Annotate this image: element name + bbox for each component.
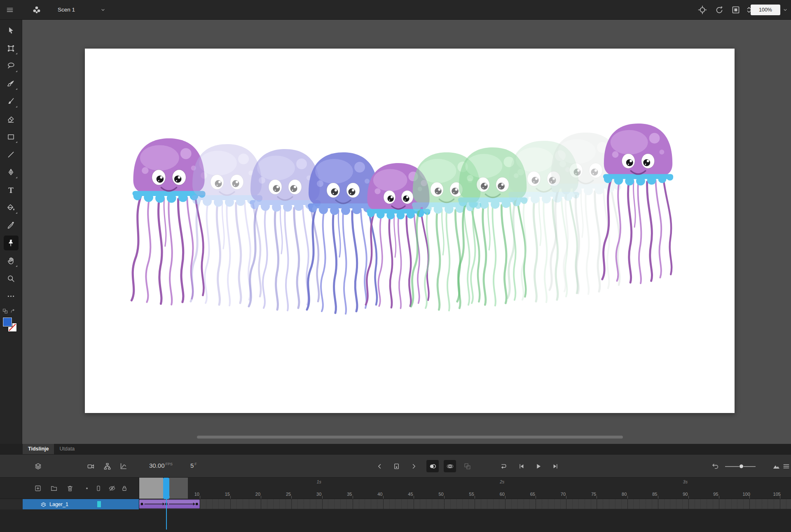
fluid-brush-tool[interactable] bbox=[4, 76, 19, 91]
app-menu-icon[interactable] bbox=[6, 6, 14, 14]
add-camera-button[interactable] bbox=[84, 460, 97, 472]
step-forward-icon bbox=[551, 462, 559, 470]
outline-layers-button[interactable] bbox=[95, 485, 102, 492]
hand-tool[interactable] bbox=[4, 253, 19, 268]
timeline-panel: Tidslinje Utdata 30.00FPS 5F 1s2s3s10152… bbox=[0, 444, 791, 532]
zoom-level-select[interactable]: 100% bbox=[751, 5, 780, 15]
crosshair-icon[interactable] bbox=[697, 5, 707, 15]
flyout-corner bbox=[16, 265, 17, 267]
camera-icon bbox=[87, 462, 95, 470]
zoom-caret-icon[interactable] bbox=[782, 7, 789, 13]
loop-icon bbox=[499, 462, 507, 470]
pen-tool[interactable] bbox=[4, 165, 19, 180]
more-tools[interactable] bbox=[4, 289, 19, 303]
advanced-layers-button[interactable] bbox=[101, 460, 113, 472]
flyout-corner bbox=[16, 106, 17, 107]
asset-warp-tool[interactable] bbox=[4, 236, 19, 250]
pasteboard[interactable] bbox=[22, 20, 791, 444]
layer-outline-color-swatch[interactable] bbox=[97, 501, 101, 507]
insert-keyframe-button[interactable] bbox=[390, 460, 403, 472]
selection-tool[interactable] bbox=[4, 23, 19, 38]
canvas-horizontal-scrollbar[interactable] bbox=[197, 436, 623, 439]
tab-tidslinje[interactable]: Tidslinje bbox=[23, 444, 54, 454]
onion-skin-button[interactable] bbox=[426, 460, 439, 472]
highlight-layers-button[interactable] bbox=[83, 485, 91, 492]
adobe-animate-window: Scen 1 100% Tidslinje Utdata 30.00FPS bbox=[0, 0, 791, 532]
snap-arrow-icon[interactable] bbox=[10, 308, 16, 314]
panel-tabs: Tidslinje Utdata bbox=[0, 444, 791, 454]
onion-skin-icon bbox=[429, 462, 437, 470]
current-frame-unit: F bbox=[194, 462, 197, 466]
frame-number: 80 bbox=[622, 492, 627, 497]
fluid-brush-icon bbox=[7, 79, 15, 88]
text-tool[interactable] bbox=[4, 182, 19, 197]
snap-overlap-icon[interactable] bbox=[2, 308, 8, 314]
clip-content-icon[interactable] bbox=[731, 5, 741, 15]
flyout-corner bbox=[16, 53, 17, 54]
layer-row[interactable]: Lager_1 bbox=[23, 499, 139, 509]
rotate-icon[interactable] bbox=[714, 5, 724, 15]
next-keyframe-icon bbox=[410, 462, 418, 470]
panel-menu-button[interactable] bbox=[780, 460, 791, 472]
classic-brush-tool[interactable] bbox=[4, 94, 19, 109]
stage-canvas[interactable] bbox=[85, 49, 735, 413]
scene-label: Scen 1 bbox=[58, 7, 75, 13]
step-back-button[interactable] bbox=[515, 460, 528, 472]
lock-layers-button[interactable] bbox=[121, 485, 128, 492]
frame-number: 100 bbox=[742, 492, 750, 497]
free-transform-tool[interactable] bbox=[4, 41, 19, 56]
scene-selector[interactable]: Scen 1 bbox=[58, 7, 106, 13]
onion-outlines-icon bbox=[446, 462, 454, 470]
onion-skin-range[interactable] bbox=[169, 478, 187, 499]
loop-playback-button[interactable] bbox=[497, 460, 509, 472]
second-mark: 3s bbox=[683, 479, 688, 484]
play-button[interactable] bbox=[532, 460, 544, 472]
playhead[interactable] bbox=[163, 478, 169, 499]
fill-color-swatch[interactable] bbox=[3, 317, 12, 327]
rectangle-icon bbox=[7, 133, 15, 141]
frame-number: 95 bbox=[713, 492, 718, 497]
timeline-ruler-row: 1s2s3s1015202530354045505560657075808590… bbox=[0, 478, 791, 499]
edit-multiple-frames-button[interactable] bbox=[461, 460, 473, 472]
layer-frame-track[interactable] bbox=[139, 499, 791, 509]
timeline-zoom-slider[interactable] bbox=[725, 465, 756, 468]
eraser-tool[interactable] bbox=[4, 112, 19, 126]
step-forward-button[interactable] bbox=[549, 460, 561, 472]
current-frame-value: 5 bbox=[190, 462, 194, 469]
previous-keyframe-button[interactable] bbox=[373, 460, 386, 472]
eyedropper-icon bbox=[7, 221, 15, 230]
reset-timeline-zoom-button[interactable] bbox=[709, 460, 721, 472]
new-folder-button[interactable] bbox=[50, 485, 58, 492]
lasso-tool[interactable] bbox=[4, 58, 19, 73]
frame-ruler[interactable]: 1s2s3s1015202530354045505560657075808590… bbox=[139, 478, 791, 499]
zoom-tool[interactable] bbox=[4, 271, 19, 286]
eyedropper-tool[interactable] bbox=[4, 218, 19, 233]
layers-panel-toggle-button[interactable] bbox=[32, 460, 44, 472]
next-keyframe-button[interactable] bbox=[407, 460, 420, 472]
new-layer-button[interactable] bbox=[34, 485, 42, 492]
tab-utdata[interactable]: Utdata bbox=[54, 444, 80, 454]
graph-editor-button[interactable] bbox=[117, 460, 129, 472]
chevron-down-icon bbox=[100, 7, 106, 13]
jellyfish-artwork[interactable] bbox=[85, 49, 735, 413]
paint-bucket-tool[interactable] bbox=[4, 200, 19, 215]
flyout-corner bbox=[16, 141, 17, 143]
fps-value: 30.00 bbox=[149, 462, 165, 469]
classic-tween-span[interactable] bbox=[139, 499, 200, 509]
show-hide-layers-button[interactable] bbox=[108, 485, 116, 492]
pin-icon bbox=[7, 239, 15, 247]
rectangle-tool[interactable] bbox=[4, 129, 19, 144]
current-frame-display[interactable]: 5F bbox=[190, 462, 197, 469]
frame-number: 75 bbox=[591, 492, 596, 497]
zoom-value: 100% bbox=[759, 7, 772, 13]
paint-bucket-icon bbox=[7, 203, 15, 212]
delete-layer-button[interactable] bbox=[66, 485, 74, 492]
top-bar-left: Scen 1 bbox=[0, 0, 791, 19]
tools-panel bbox=[0, 20, 22, 444]
frame-rate-display[interactable]: 30.00FPS bbox=[149, 462, 173, 469]
stepper-icon[interactable] bbox=[744, 5, 754, 15]
onion-skin-outlines-button[interactable] bbox=[444, 460, 456, 472]
onion-skin-range[interactable] bbox=[139, 478, 163, 499]
line-tool[interactable] bbox=[4, 147, 19, 162]
slider-knob[interactable] bbox=[739, 464, 744, 469]
